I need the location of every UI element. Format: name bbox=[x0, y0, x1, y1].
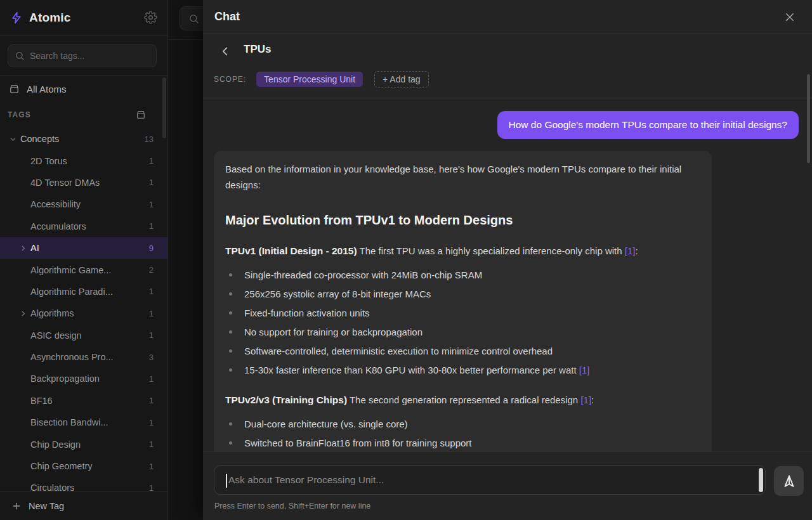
tag-count: 1 bbox=[149, 396, 160, 405]
tag-row[interactable]: AI9 bbox=[0, 237, 167, 259]
tag-label: Circulators bbox=[30, 483, 74, 491]
back-icon[interactable] bbox=[218, 44, 232, 58]
bullet-item: Software-controlled, deterministic execu… bbox=[225, 344, 700, 358]
tag-row[interactable]: Chip Design1 bbox=[0, 433, 167, 455]
tag-count: 1 bbox=[149, 221, 160, 231]
send-button[interactable] bbox=[774, 466, 804, 496]
tag-label: 4D Tensor DMAs bbox=[30, 178, 100, 188]
citation-ref[interactable]: [1] bbox=[625, 245, 636, 256]
tag-count: 1 bbox=[149, 178, 160, 187]
sidebar: Atomic Search tags... All Atoms TAGS Con… bbox=[0, 0, 168, 520]
tag-label: Asynchronous Pro... bbox=[30, 352, 114, 362]
input-hint: Press Enter to send, Shift+Enter for new… bbox=[214, 502, 370, 510]
citation-ref[interactable]: [1] bbox=[579, 365, 590, 375]
bullet-list: Dual-core architecture (vs. single core)… bbox=[225, 417, 700, 450]
tag-count: 13 bbox=[145, 134, 160, 144]
thread-header: TPUs SCOPE: Tensor Processing Unit + Add… bbox=[203, 34, 812, 98]
tag-row[interactable]: Concepts13 bbox=[0, 128, 167, 150]
tag-label: ASIC design bbox=[30, 330, 82, 341]
tag-row[interactable]: Backpropagation1 bbox=[0, 368, 167, 389]
tags-label: TAGS bbox=[8, 110, 31, 119]
tag-label: 2D Torus bbox=[30, 156, 67, 166]
text-caret bbox=[226, 474, 227, 488]
all-atoms-label: All Atoms bbox=[27, 84, 67, 94]
assistant-message: Based on the information in your knowled… bbox=[214, 151, 712, 452]
tag-label: Backpropagation bbox=[30, 374, 100, 384]
gear-icon[interactable] bbox=[144, 11, 157, 24]
background-page-strip bbox=[169, 0, 203, 520]
assistant-heading: Major Evolution from TPUv1 to Modern Des… bbox=[225, 213, 700, 228]
tag-row[interactable]: ASIC design1 bbox=[0, 325, 167, 346]
tag-count: 1 bbox=[149, 439, 160, 449]
tag-count: 1 bbox=[149, 483, 160, 491]
thread-title: TPUs bbox=[244, 43, 271, 56]
tag-row[interactable]: Accumulators1 bbox=[0, 216, 167, 237]
tag-row[interactable]: Chip Geometry1 bbox=[0, 455, 167, 477]
bullet-dot-icon bbox=[229, 292, 232, 296]
assistant-sections: TPUv1 (Initial Design - 2015) The first … bbox=[225, 244, 700, 450]
tag-label: Bisection Bandwi... bbox=[30, 417, 108, 427]
tag-label: Accessibility bbox=[30, 199, 81, 209]
bullet-item: Fixed-function activation units bbox=[225, 306, 700, 320]
tag-label: BF16 bbox=[30, 396, 53, 406]
bullet-dot-icon bbox=[229, 422, 232, 426]
bullet-item: 15-30x faster inference than K80 GPU wit… bbox=[225, 363, 700, 377]
divider bbox=[0, 75, 167, 76]
tag-label: Algorithms bbox=[30, 308, 74, 318]
search-icon bbox=[15, 51, 25, 61]
tag-count: 1 bbox=[149, 287, 160, 296]
chevron-down-icon[interactable] bbox=[8, 135, 18, 143]
app-title: Atomic bbox=[29, 11, 71, 25]
bullet-dot-icon bbox=[229, 330, 232, 334]
tag-count: 1 bbox=[149, 200, 160, 209]
bullet-item: Switched to BrainFloat16 from int8 for t… bbox=[225, 436, 700, 450]
user-message-bubble: How do Google's modern TPUs compare to t… bbox=[497, 111, 799, 139]
sidebar-item-all-atoms[interactable]: All Atoms bbox=[0, 77, 167, 100]
tag-label: Concepts bbox=[20, 134, 59, 144]
chevron-right-icon[interactable] bbox=[18, 309, 28, 318]
tags-section-header: TAGS bbox=[0, 107, 167, 123]
chat-scrollbar[interactable] bbox=[807, 74, 810, 163]
tag-search-input[interactable]: Search tags... bbox=[8, 44, 157, 67]
chevron-right-icon[interactable] bbox=[18, 244, 28, 252]
tag-row[interactable]: Algorithms1 bbox=[0, 302, 167, 324]
search-placeholder: Search tags... bbox=[30, 51, 84, 61]
sidebar-header: Atomic bbox=[0, 0, 167, 36]
bullet-dot-icon bbox=[229, 273, 232, 276]
tag-row[interactable]: 2D Torus1 bbox=[0, 150, 167, 171]
tag-row[interactable]: Accessibility1 bbox=[0, 193, 167, 215]
tag-label: Chip Design bbox=[30, 439, 81, 450]
plus-icon bbox=[11, 501, 22, 511]
tag-row[interactable]: Algorithmic Game...2 bbox=[0, 259, 167, 280]
new-tag-button[interactable]: New Tag bbox=[0, 491, 167, 520]
tag-row[interactable]: Circulators1 bbox=[0, 477, 167, 491]
section-lead: TPUv1 (Initial Design - 2015) The first … bbox=[225, 244, 700, 258]
divider bbox=[169, 39, 203, 40]
tag-list: Concepts132D Torus14D Tensor DMAs1Access… bbox=[0, 128, 167, 491]
assistant-intro: Based on the information in your knowled… bbox=[225, 161, 700, 193]
scope-row: SCOPE: Tensor Processing Unit + Add tag bbox=[214, 71, 429, 88]
tag-count: 3 bbox=[149, 353, 160, 362]
bullet-dot-icon bbox=[229, 441, 232, 445]
close-icon[interactable] bbox=[784, 11, 796, 23]
tag-count: 1 bbox=[149, 462, 160, 471]
chat-footer: Ask about Tensor Processing Unit... Pres… bbox=[203, 452, 812, 520]
add-tag-button[interactable]: + Add tag bbox=[374, 71, 429, 88]
input-scrollbar[interactable] bbox=[759, 468, 763, 492]
box-icon bbox=[9, 84, 20, 94]
tag-row[interactable]: BF161 bbox=[0, 390, 167, 412]
message-list: How do Google's modern TPUs compare to t… bbox=[203, 99, 812, 452]
tag-row[interactable]: 4D Tensor DMAs1 bbox=[0, 172, 167, 193]
tag-row[interactable]: Asynchronous Pro...3 bbox=[0, 346, 167, 368]
tag-row[interactable]: Bisection Bandwi...1 bbox=[0, 412, 167, 433]
tag-label: Algorithmic Paradi... bbox=[30, 287, 113, 297]
box-icon[interactable] bbox=[136, 110, 146, 120]
tag-label: Accumulators bbox=[30, 221, 86, 231]
app-root: Atomic Search tags... All Atoms TAGS Con… bbox=[0, 0, 812, 520]
bullet-dot-icon bbox=[229, 368, 232, 372]
scope-tag-chip[interactable]: Tensor Processing Unit bbox=[256, 72, 363, 87]
sidebar-scrollbar[interactable] bbox=[162, 77, 166, 138]
citation-ref[interactable]: [1] bbox=[580, 394, 591, 405]
tag-row[interactable]: Algorithmic Paradi...1 bbox=[0, 281, 167, 302]
chat-input[interactable]: Ask about Tensor Processing Unit... bbox=[214, 465, 766, 495]
